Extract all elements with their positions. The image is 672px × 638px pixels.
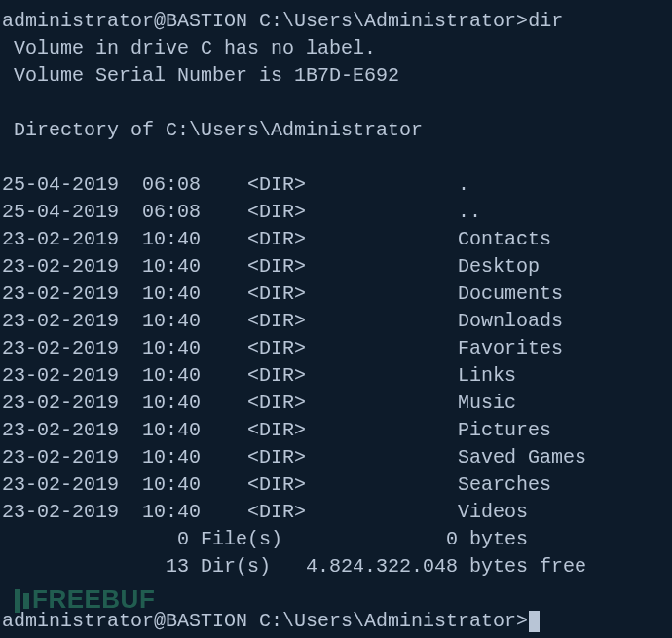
dir-entry-row: 23-02-2019 10:40 <DIR> Documents bbox=[2, 281, 670, 308]
blank-line bbox=[2, 581, 670, 608]
prompt-path: C:\Users\Administrator bbox=[259, 10, 516, 32]
dir-entry-row: 23-02-2019 10:40 <DIR> Downloads bbox=[2, 308, 670, 335]
prompt-user-host: administrator@BASTION bbox=[2, 10, 247, 32]
dir-entry-row: 23-02-2019 10:40 <DIR> Contacts bbox=[2, 226, 670, 253]
summary-dirs-line: 13 Dir(s) 4.824.322.048 bytes free bbox=[2, 553, 670, 581]
prompt-line-awaiting[interactable]: administrator@BASTION C:\Users\Administr… bbox=[2, 608, 670, 635]
dir-entry-row: 23-02-2019 10:40 <DIR> Videos bbox=[2, 499, 670, 526]
dir-entry-row: 23-02-2019 10:40 <DIR> Searches bbox=[2, 471, 670, 499]
prompt-line: administrator@BASTION C:\Users\Administr… bbox=[2, 8, 670, 35]
blank-line bbox=[2, 144, 670, 171]
prompt-user-host: administrator@BASTION bbox=[2, 610, 247, 632]
dir-entry-row: 23-02-2019 10:40 <DIR> Desktop bbox=[2, 253, 670, 281]
volume-label-line: Volume in drive C has no label. bbox=[2, 35, 670, 62]
prompt-separator: > bbox=[516, 10, 528, 32]
prompt-path: C:\Users\Administrator bbox=[259, 610, 516, 632]
dir-entry-row: 23-02-2019 10:40 <DIR> Saved Games bbox=[2, 444, 670, 471]
dir-entry-row: 23-02-2019 10:40 <DIR> Links bbox=[2, 362, 670, 390]
directory-of-line: Directory of C:\Users\Administrator bbox=[2, 117, 670, 144]
dir-entry-row: 23-02-2019 10:40 <DIR> Pictures bbox=[2, 417, 670, 444]
volume-serial-line: Volume Serial Number is 1B7D-E692 bbox=[2, 62, 670, 90]
cursor-icon bbox=[529, 611, 540, 632]
summary-files-line: 0 File(s) 0 bytes bbox=[2, 526, 670, 553]
command-text: dir bbox=[528, 10, 563, 32]
terminal-output[interactable]: administrator@BASTION C:\Users\Administr… bbox=[2, 8, 670, 635]
prompt-separator: > bbox=[516, 610, 528, 632]
dir-entry-row: 23-02-2019 10:40 <DIR> Favorites bbox=[2, 335, 670, 362]
dir-entry-row: 25-04-2019 06:08 <DIR> . bbox=[2, 171, 670, 199]
blank-line bbox=[2, 90, 670, 117]
dir-entry-row: 23-02-2019 10:40 <DIR> Music bbox=[2, 390, 670, 417]
dir-entry-row: 25-04-2019 06:08 <DIR> .. bbox=[2, 199, 670, 226]
